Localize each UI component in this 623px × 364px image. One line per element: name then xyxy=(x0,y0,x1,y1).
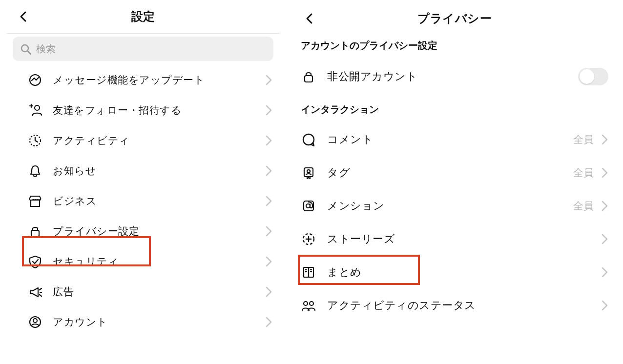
chevron-right-icon xyxy=(599,200,608,212)
chevron-right-icon xyxy=(263,74,272,86)
row-label: タグ xyxy=(327,165,350,180)
row-label: 非公開アカウント xyxy=(327,69,417,84)
search-input[interactable]: 検索 xyxy=(13,37,273,61)
settings-title: 設定 xyxy=(131,9,155,24)
row-label: アクティビティ xyxy=(53,134,130,147)
account-icon xyxy=(27,314,43,330)
row-guides[interactable]: まとめ xyxy=(286,256,623,289)
row-label: ストーリーズ xyxy=(327,232,395,246)
chevron-right-icon xyxy=(263,255,272,268)
row-activity[interactable]: アクティビティ xyxy=(0,125,286,156)
store-icon xyxy=(27,193,43,209)
private-account-toggle[interactable] xyxy=(578,68,608,85)
chevron-right-icon xyxy=(263,104,272,117)
search-placeholder: 検索 xyxy=(36,42,56,56)
bell-icon xyxy=(27,163,43,179)
row-value: 全員 xyxy=(573,166,594,180)
row-label: アクティビティのステータス xyxy=(327,298,476,313)
lock-icon xyxy=(301,69,316,84)
row-label: セキュリティ xyxy=(53,255,119,268)
story-icon xyxy=(301,231,316,247)
row-value: 全員 xyxy=(573,199,594,213)
row-ads[interactable]: 広告 xyxy=(0,277,286,307)
row-business[interactable]: ビジネス xyxy=(0,186,286,216)
divider xyxy=(7,33,279,34)
shield-icon xyxy=(27,254,43,269)
add-friend-icon xyxy=(27,102,43,118)
row-label: まとめ xyxy=(327,265,362,280)
row-update-messaging[interactable]: メッセージ機能をアップデート xyxy=(0,65,286,95)
row-label: プライバシー設定 xyxy=(53,224,139,238)
mention-icon xyxy=(301,198,316,214)
row-notifications[interactable]: お知らせ xyxy=(0,156,286,186)
chevron-right-icon xyxy=(263,316,272,328)
lock-icon xyxy=(27,223,43,239)
settings-header: 設定 xyxy=(0,0,286,33)
back-button[interactable] xyxy=(301,9,319,28)
row-label: 友達をフォロー・招待する xyxy=(53,103,182,117)
row-privacy[interactable]: プライバシー設定 xyxy=(0,216,286,246)
section-interactions: インタラクション xyxy=(286,94,623,123)
back-button[interactable] xyxy=(15,7,33,26)
row-label: ビジネス xyxy=(53,194,97,208)
chevron-right-icon xyxy=(263,285,272,298)
settings-screen: 設定 検索 メッセージ機能をアップデート 友達をフォロー・招待する アクティビテ… xyxy=(0,0,286,364)
megaphone-icon xyxy=(27,284,43,300)
row-private-account: 非公開アカウント xyxy=(286,59,623,94)
row-label: メッセージ機能をアップデート xyxy=(53,73,205,87)
messenger-icon xyxy=(27,72,43,88)
row-label: 広告 xyxy=(53,285,74,299)
activity-status-icon xyxy=(301,298,316,313)
activity-icon xyxy=(27,133,43,148)
privacy-screen: プライバシー アカウントのプライバシー設定 非公開アカウント インタラクション … xyxy=(286,0,623,364)
comment-icon xyxy=(301,132,316,147)
tag-icon xyxy=(301,165,316,181)
row-value: 全員 xyxy=(573,133,594,146)
row-label: メンション xyxy=(327,199,385,213)
row-security[interactable]: セキュリティ xyxy=(0,246,286,277)
row-follow-invite[interactable]: 友達をフォロー・招待する xyxy=(0,95,286,125)
chevron-right-icon xyxy=(263,134,272,147)
row-account[interactable]: アカウント xyxy=(0,307,286,337)
row-activity-status[interactable]: アクティビティのステータス xyxy=(286,289,623,322)
privacy-header: プライバシー xyxy=(286,0,623,37)
row-label: アカウント xyxy=(53,315,108,329)
privacy-title: プライバシー xyxy=(417,11,492,26)
chevron-right-icon xyxy=(599,299,608,312)
search-icon xyxy=(20,43,31,55)
chevron-right-icon xyxy=(599,266,608,279)
section-account-privacy: アカウントのプライバシー設定 xyxy=(286,37,623,59)
row-label: コメント xyxy=(327,132,373,147)
chevron-left-icon xyxy=(18,10,30,23)
chevron-left-icon xyxy=(304,12,316,25)
row-comments[interactable]: コメント 全員 xyxy=(286,123,623,156)
chevron-right-icon xyxy=(599,233,608,245)
chevron-right-icon xyxy=(263,195,272,207)
chevron-right-icon xyxy=(263,164,272,177)
row-tags[interactable]: タグ 全員 xyxy=(286,156,623,189)
row-label: お知らせ xyxy=(53,164,96,178)
chevron-right-icon xyxy=(599,166,608,179)
chevron-right-icon xyxy=(263,225,272,238)
row-mentions[interactable]: メンション 全員 xyxy=(286,189,623,222)
row-stories[interactable]: ストーリーズ xyxy=(286,222,623,256)
guide-icon xyxy=(301,264,316,280)
chevron-right-icon xyxy=(599,133,608,146)
